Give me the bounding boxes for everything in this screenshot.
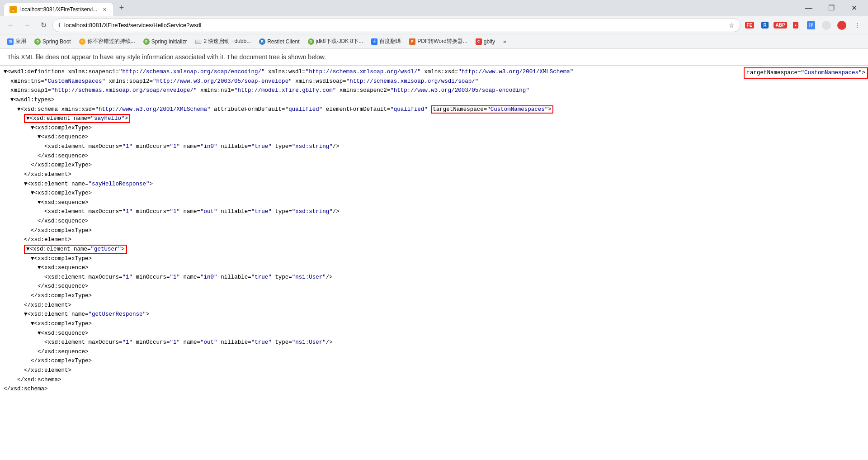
forward-button[interactable]: → [20, 18, 34, 33]
restlet-icon: R [259, 38, 265, 45]
main-content: This XML file does not appear to have an… [0, 49, 868, 460]
info-bar-text: This XML file does not appear to have an… [7, 53, 326, 61]
translate-button[interactable]: 译 [804, 18, 818, 33]
xml-line-24: </xsd:sequence> [4, 282, 864, 291]
abp-extension-button[interactable]: ABP [773, 18, 788, 33]
xml-line-10: </xsd:sequence> [4, 152, 864, 161]
xml-line-9: <xsd:element maxOccurs="1" minOccurs="1"… [4, 142, 864, 152]
xml-line-26: </xsd:element> [4, 301, 864, 310]
xml-line-7: ▼<xsd:complexType> [4, 123, 864, 133]
xml-line-15: ▼<xsd:sequence> [4, 198, 864, 208]
mojito-icon: ☀ [79, 38, 85, 45]
highlight-getuser: ▼<xsd:element name="getUser"> [24, 245, 127, 254]
apps-icon: ⊞ [7, 38, 14, 45]
xml-line-5: ▼<xsd:schema xmlns:xsd="http://www.w3.or… [4, 105, 864, 114]
translate-icon: 译 [807, 21, 815, 29]
bookmark-jdk-label: jdk8下载-JDK 8下... [316, 38, 363, 45]
bookmark-mojito[interactable]: ☀ 你不容错过的持续... [75, 36, 139, 47]
r-extension-button[interactable]: R [758, 18, 772, 33]
book-icon: 📖 [195, 38, 202, 45]
xml-line-16: <xsd:element maxOccurs="1" minOccurs="1"… [4, 207, 864, 217]
xml-line-1: ▼<wsdl:definitions xmlns:soapenc1="http:… [4, 67, 864, 77]
xml-line-13: ▼<xsd:element name="sayHelloResponse"> [4, 180, 864, 189]
bookmark-mojito-label: 你不容错过的持续... [87, 38, 135, 45]
bookmark-apps-label: 应用 [15, 38, 26, 45]
xml-line-14: ▼<xsd:complexType> [4, 189, 864, 198]
new-tab-button[interactable]: + [116, 2, 127, 14]
url-text: localhost:8081/XFireTest/services/HelloS… [64, 22, 725, 28]
abp-icon: ABP [774, 22, 787, 28]
tab-bar: 🔥 localhost:8081/XFireTest/servi... ✕ + [4, 0, 127, 16]
fe-extension-button[interactable]: FE [742, 18, 757, 33]
xml-line-20: ▼<xsd:element name="getUser"> [4, 245, 864, 254]
navigation-bar: ← → ↻ ℹ localhost:8081/XFireTest/service… [0, 16, 868, 34]
info-bar: This XML file does not appear to have an… [0, 49, 868, 66]
address-bar[interactable]: ℹ localhost:8081/XFireTest/services/Hell… [52, 19, 741, 32]
xml-line-19: </xsd:element> [4, 235, 864, 245]
bookmark-restlet[interactable]: R Restlet Client [255, 37, 303, 47]
bookmark-jdk[interactable]: ✿ jdk8下载-JDK 8下... [304, 36, 367, 47]
ext3-icon [837, 21, 846, 30]
highlight-targetnamespace-2: targetNamespace="CustomNamespaces"> [431, 105, 553, 114]
xml-line-4: ▼<wsdl:types> [4, 95, 864, 105]
xml-line-35: </xsd:schema> [4, 384, 864, 394]
bookmark-spring-init-label: Spring Initializr [151, 38, 187, 45]
jdk-icon: ✿ [308, 38, 314, 45]
xml-line-27: ▼<xsd:element name="getUserResponse"> [4, 310, 864, 319]
spring-boot-icon: ✿ [34, 38, 41, 45]
tab-close-button[interactable]: ✕ [101, 6, 108, 13]
xml-content: ▼<wsdl:definitions xmlns:soapenc1="http:… [0, 66, 868, 396]
refresh-button[interactable]: ↻ [36, 18, 51, 33]
fe-icon: FE [745, 22, 755, 28]
tab-title: localhost:8081/XFireTest/servi... [20, 6, 97, 13]
active-tab[interactable]: 🔥 localhost:8081/XFireTest/servi... ✕ [4, 3, 114, 16]
highlight-sayhello: ▼<xsd:element name="sayHello"> [24, 114, 130, 123]
bookmarks-more-button[interactable]: » [500, 37, 510, 47]
bookmark-spring-init[interactable]: ✿ Spring Initializr [140, 37, 191, 47]
back-button[interactable]: ← [4, 18, 18, 33]
xml-line-28: ▼<xsd:complexType> [4, 319, 864, 329]
extensions-menu-button[interactable]: ⋮ [850, 18, 864, 33]
minimize-button[interactable]: — [798, 0, 819, 16]
bookmark-spring-boot[interactable]: ✿ Spring Boot [31, 37, 75, 47]
r-icon: R [761, 22, 768, 28]
bookmark-book-label: 2 快速启动 · dubb... [203, 38, 251, 45]
xml-line-23: <xsd:element maxOccurs="1" minOccurs="1"… [4, 273, 864, 282]
xml-line-8: ▼<xsd:sequence> [4, 133, 864, 142]
spring-init-icon: ✿ [143, 38, 150, 45]
maximize-button[interactable]: ❐ [821, 0, 842, 16]
bookmark-apps[interactable]: ⊞ 应用 [4, 36, 30, 47]
xml-line-21: ▼<xsd:complexType> [4, 254, 864, 264]
xml-line-18: </xsd:complexType> [4, 226, 864, 236]
lock-icon: ℹ [58, 22, 61, 28]
bookmark-pdf[interactable]: P PDF转Word转换器... [406, 36, 471, 47]
bookmark-translate[interactable]: 译 百度翻译 [368, 36, 405, 47]
xml-line-31: </xsd:sequence> [4, 347, 864, 357]
xml-line-22: ▼<xsd:sequence> [4, 263, 864, 273]
bookmarks-bar: ⊞ 应用 ✿ Spring Boot ☀ 你不容错过的持续... ✿ Sprin… [0, 34, 868, 49]
ext2-icon [822, 21, 831, 30]
ext2-button[interactable] [819, 18, 834, 33]
xml-line-11: </xsd:complexType> [4, 161, 864, 170]
ext3-button[interactable] [835, 18, 849, 33]
gblfy-icon: C [476, 38, 482, 45]
bookmark-book[interactable]: 📖 2 快速启动 · dubb... [191, 36, 255, 47]
bookmark-gblfy-label: gblfy [484, 38, 495, 45]
xml-line-30: <xsd:element maxOccurs="1" minOccurs="1"… [4, 338, 864, 347]
xml-line-12: </xsd:element> [4, 170, 864, 180]
window-controls: — ❐ ✕ [798, 0, 864, 16]
ext1-icon: ▪ [793, 22, 798, 28]
xml-line-33: </xsd:element> [4, 366, 864, 375]
translate-bm-icon: 译 [371, 38, 377, 45]
bookmark-pdf-label: PDF转Word转换器... [417, 38, 467, 45]
bookmark-gblfy[interactable]: C gblfy [472, 37, 499, 47]
pdf-icon: P [409, 38, 415, 45]
nav-actions: FE R ABP ▪ 译 ⋮ [742, 18, 864, 33]
close-button[interactable]: ✕ [844, 0, 864, 16]
xml-line-2: xmlns:tns="CustomNamespaces" xmlns:soap1… [4, 77, 864, 86]
bookmark-restlet-label: Restlet Client [267, 38, 299, 45]
xml-line-6: ▼<xsd:element name="sayHello"> [4, 114, 864, 123]
ext1-button[interactable]: ▪ [788, 18, 803, 33]
bookmark-star-icon[interactable]: ☆ [729, 22, 735, 29]
xml-line-17: </xsd:sequence> [4, 217, 864, 226]
